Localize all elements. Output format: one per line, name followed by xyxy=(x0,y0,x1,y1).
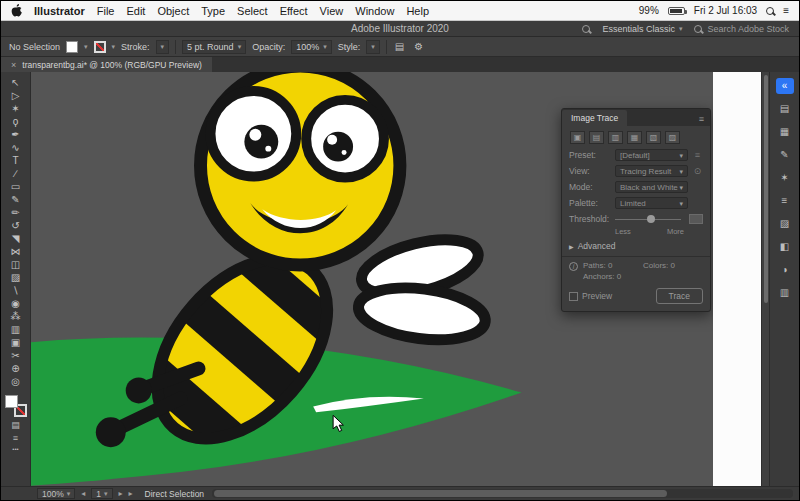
trace-button[interactable]: Trace xyxy=(656,288,703,304)
tool-blend[interactable]: ◉ xyxy=(5,297,27,310)
brushes-panel-icon[interactable]: ✎ xyxy=(776,147,794,163)
tool-type[interactable]: T xyxy=(5,154,27,167)
workspace-switcher[interactable]: Essentials Classic ▾ xyxy=(602,24,682,34)
bee-wings[interactable] xyxy=(355,229,488,346)
opacity-select[interactable]: 100% ▾ xyxy=(291,40,332,54)
tool-eyedropper[interactable]: ∖ xyxy=(5,284,27,297)
tool-rotate[interactable]: ↺ xyxy=(5,219,27,232)
close-tab-icon[interactable]: × xyxy=(11,60,16,70)
zoom-select[interactable]: 100% ▾ xyxy=(37,488,75,499)
toolbar-more-icon[interactable]: ••• xyxy=(12,446,18,452)
menu-file[interactable]: File xyxy=(97,5,115,17)
tool-pen[interactable]: ✒ xyxy=(5,128,27,141)
spotlight-search-icon[interactable] xyxy=(766,7,774,15)
menu-window[interactable]: Window xyxy=(355,5,394,17)
preview-checkbox[interactable]: Preview xyxy=(569,291,612,301)
gradient-panel-icon[interactable]: ▨ xyxy=(776,216,794,232)
trace-preset-low-color[interactable]: ▥ xyxy=(608,131,623,144)
appearance-panel-icon[interactable]: ◑ xyxy=(776,262,794,278)
vertical-scrollbar-thumb[interactable] xyxy=(764,75,768,303)
threshold-slider-knob[interactable] xyxy=(647,215,655,223)
preferences-icon[interactable]: ⚙ xyxy=(412,41,425,52)
tool-paintbrush[interactable]: ✎ xyxy=(5,193,27,206)
trace-preset-auto-color[interactable]: ▣ xyxy=(570,131,585,144)
tool-column-graph[interactable]: ▥ xyxy=(5,323,27,336)
bee-head[interactable] xyxy=(201,72,400,265)
menubar-app-name[interactable]: Illustrator xyxy=(34,5,85,17)
color-panel-icon[interactable]: ▤ xyxy=(776,101,794,117)
menu-type[interactable]: Type xyxy=(201,5,225,17)
threshold-slider[interactable] xyxy=(615,213,685,225)
trace-preset-outline[interactable]: ▨ xyxy=(665,131,680,144)
battery-icon[interactable] xyxy=(668,7,685,15)
tool-lasso[interactable]: ϙ xyxy=(5,115,27,128)
tool-slice[interactable]: ✂ xyxy=(5,349,27,362)
tool-rectangle[interactable]: ▭ xyxy=(5,180,27,193)
horizontal-scrollbar[interactable] xyxy=(212,489,793,498)
last-artboard-button[interactable]: ▸ xyxy=(129,489,133,498)
apple-menu-icon[interactable] xyxy=(11,4,22,17)
chevron-down-icon[interactable]: ▾ xyxy=(112,43,116,50)
vertical-scrollbar[interactable] xyxy=(761,72,769,486)
tool-zoom[interactable]: ◎ xyxy=(5,375,27,388)
menu-view[interactable]: View xyxy=(320,5,344,17)
tool-hand[interactable]: ⊕ xyxy=(5,362,27,375)
draw-mode-icon[interactable]: ▤ xyxy=(11,420,20,430)
artboard-select[interactable]: 1 ▾ xyxy=(91,488,112,499)
document-tab[interactable]: × transparentbg.ai* @ 100% (RGB/GPU Prev… xyxy=(1,57,212,72)
brush-definition-select[interactable]: 5 pt. Round ▾ xyxy=(182,40,246,54)
tool-pencil[interactable]: ✏ xyxy=(5,206,27,219)
next-artboard-button[interactable]: ▸ xyxy=(119,489,123,498)
canvas[interactable]: Image Trace ≡ ▣▤▥▦▧▨ Preset: [Default] ▾… xyxy=(31,72,713,486)
trace-preset-high-color[interactable]: ▤ xyxy=(589,131,604,144)
tool-shape-builder[interactable]: ◫ xyxy=(5,258,27,271)
tool-gradient[interactable]: ▨ xyxy=(5,271,27,284)
menu-effect[interactable]: Effect xyxy=(280,5,308,17)
mode-select[interactable]: Black and White ▾ xyxy=(615,181,688,193)
menu-help[interactable]: Help xyxy=(406,5,429,17)
menu-edit[interactable]: Edit xyxy=(126,5,145,17)
tool-selection[interactable]: ↖ xyxy=(5,76,27,89)
tool-artboard[interactable]: ▣ xyxy=(5,336,27,349)
tool-scale[interactable]: ◥ xyxy=(5,232,27,245)
stroke-panel-icon[interactable]: ≡ xyxy=(776,193,794,209)
tool-curvature[interactable]: ∿ xyxy=(5,141,27,154)
chevron-down-icon[interactable]: ▾ xyxy=(84,43,88,50)
prev-artboard-button[interactable]: ◂ xyxy=(81,489,85,498)
preset-options-icon[interactable]: ≡ xyxy=(692,150,703,160)
menubar-clock[interactable]: Fri 2 Jul 16:03 xyxy=(694,5,757,16)
stock-search-field[interactable]: Search Adobe Stock xyxy=(694,24,789,34)
layers-panel-icon[interactable]: ▥ xyxy=(776,285,794,301)
preset-select[interactable]: [Default] ▾ xyxy=(615,149,688,161)
control-center-icon[interactable]: ≡ xyxy=(783,5,789,16)
trace-preset-grayscale[interactable]: ▦ xyxy=(627,131,642,144)
fill-color-swatch[interactable] xyxy=(66,41,78,53)
menu-select[interactable]: Select xyxy=(237,5,268,17)
palette-select[interactable]: Limited ▾ xyxy=(615,197,688,209)
tool-direct-selection[interactable]: ▷ xyxy=(5,89,27,102)
swatches-panel-icon[interactable]: ▦ xyxy=(776,124,794,140)
trace-preset-black-and-white[interactable]: ▧ xyxy=(646,131,661,144)
fill-swatch[interactable] xyxy=(5,395,18,408)
style-select[interactable]: ▾ xyxy=(366,40,380,54)
panel-menu-icon[interactable]: ≡ xyxy=(693,114,710,126)
eye-icon[interactable]: ⊙ xyxy=(692,166,703,176)
horizontal-scrollbar-thumb[interactable] xyxy=(214,490,667,497)
view-select[interactable]: Tracing Result ▾ xyxy=(615,165,688,177)
tool-symbol-sprayer[interactable]: ⁂ xyxy=(5,310,27,323)
battery-percent[interactable]: 99% xyxy=(639,5,659,16)
tool-magic-wand[interactable]: ✶ xyxy=(5,102,27,115)
advanced-disclosure[interactable]: ▶ Advanced xyxy=(562,238,710,254)
tool-line-segment[interactable]: ∕ xyxy=(5,167,27,180)
screen-mode-icon[interactable]: ≡ xyxy=(13,433,18,443)
tool-width[interactable]: ⋈ xyxy=(5,245,27,258)
menu-object[interactable]: Object xyxy=(157,5,189,17)
symbols-panel-icon[interactable]: ✶ xyxy=(776,170,794,186)
collapse-panels-icon[interactable]: « xyxy=(776,78,794,94)
tab-image-trace[interactable]: Image Trace xyxy=(562,110,627,126)
transparency-panel-icon[interactable]: ◧ xyxy=(776,239,794,255)
threshold-value-box[interactable] xyxy=(689,214,703,224)
app-search-icon[interactable] xyxy=(582,25,590,33)
stroke-weight-select[interactable]: ▾ xyxy=(156,40,170,54)
stroke-color-swatch[interactable] xyxy=(94,41,106,53)
